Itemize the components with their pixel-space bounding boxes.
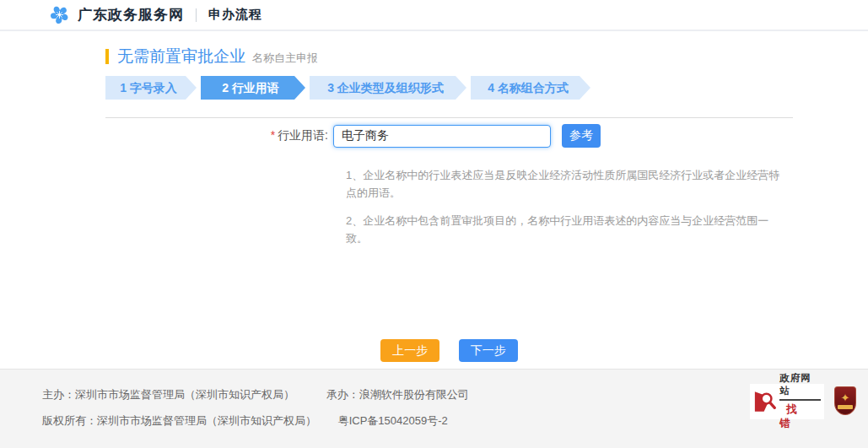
- find-error-line2: 找错: [779, 402, 821, 431]
- top-header: 广东政务服务网 申办流程: [0, 0, 868, 31]
- footer-line-2: 版权所有：深圳市市场监督管理局（深圳市知识产权局） 粤ICP备15042059号…: [42, 408, 868, 434]
- step-1-tab[interactable]: 1 字号录入: [105, 76, 197, 100]
- page-title: 无需前置审批企业: [117, 46, 245, 67]
- field-label-text: 行业用语:: [278, 128, 328, 142]
- footer-line-1: 主办：深圳市市场监督管理局（深圳市知识产权局） 承办：浪潮软件股份有限公司: [42, 381, 868, 408]
- copyright-org: 深圳市市场监督管理局（深圳市知识产权局）: [97, 414, 316, 427]
- nav-application-flow[interactable]: 申办流程: [208, 7, 262, 23]
- header-divider: [196, 8, 197, 22]
- title-accent-bar: [105, 49, 109, 64]
- required-asterisk: *: [271, 128, 275, 142]
- gov-shield-icon[interactable]: ✦: [834, 386, 856, 415]
- section-divider: [105, 117, 793, 118]
- step-4-tab[interactable]: 4 名称组合方式: [471, 76, 590, 100]
- wizard-buttons-row: 上一步 下一步: [105, 339, 793, 362]
- shield-strip: [838, 405, 853, 409]
- pinwheel-logo-icon: [49, 4, 70, 25]
- find-error-text: 政府网站 找错: [779, 372, 821, 431]
- step-progress: 1 字号录入 2 行业用语 3 企业类型及组织形式 4 名称组合方式: [105, 76, 793, 100]
- copyright-label: 版权所有：: [42, 414, 97, 427]
- tip-2: 2、企业名称中包含前置审批项目的，名称中行业用语表述的内容应当与企业经营范围一致…: [346, 212, 786, 248]
- next-step-button[interactable]: 下一步: [459, 339, 518, 362]
- find-error-line1: 政府网站: [779, 372, 821, 401]
- reference-button[interactable]: 参考: [562, 124, 601, 148]
- industry-term-input[interactable]: [333, 125, 551, 148]
- shield-emblem: ✦: [841, 392, 850, 403]
- gov-site-find-error-badge[interactable]: 政府网站 找错: [750, 384, 824, 419]
- magnifier-flag-icon: [752, 388, 778, 415]
- industry-term-field-row: *行业用语: 参考: [105, 124, 793, 148]
- host-org: 深圳市市场监督管理局（深圳市知识产权局）: [75, 388, 294, 401]
- previous-step-button[interactable]: 上一步: [380, 339, 439, 362]
- icp-number: 粤ICP备15042059号-2: [338, 414, 448, 427]
- host-label: 主办：: [42, 388, 75, 401]
- site-title: 广东政务服务网: [78, 5, 184, 24]
- page-footer: 主办：深圳市市场监督管理局（深圳市知识产权局） 承办：浪潮软件股份有限公司 版权…: [0, 369, 868, 448]
- field-tips: 1、企业名称中的行业表述应当是反映企业经济活动性质所属国民经济行业或者企业经营特…: [346, 166, 786, 248]
- industry-term-label: *行业用语:: [105, 128, 333, 143]
- step-3-tab[interactable]: 3 企业类型及组织形式: [310, 76, 466, 100]
- undertake-org: 浪潮软件股份有限公司: [359, 388, 469, 401]
- tip-1: 1、企业名称中的行业表述应当是反映企业经济活动性质所属国民经济行业或者企业经营特…: [346, 166, 786, 202]
- page-title-row: 无需前置审批企业 名称自主申报: [105, 31, 793, 67]
- page-subtitle: 名称自主申报: [252, 51, 318, 66]
- undertake-label: 承办：: [326, 388, 359, 401]
- main-content: 无需前置审批企业 名称自主申报 1 字号录入 2 行业用语 3 企业类型及组织形…: [0, 31, 868, 369]
- step-2-tab[interactable]: 2 行业用语: [201, 76, 305, 100]
